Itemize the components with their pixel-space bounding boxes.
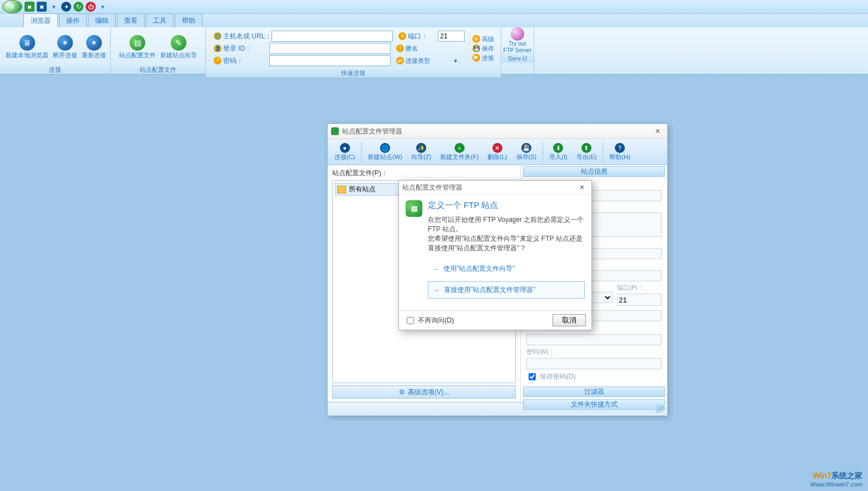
wiz-close-button[interactable]: ✕: [576, 182, 588, 192]
group-label-quick: 快速连接: [206, 68, 501, 77]
dont-ask-checkbox[interactable]: 不再询问(D): [405, 315, 454, 326]
qat-btn-4[interactable]: ↻: [73, 2, 83, 12]
arrow-right-icon: →: [432, 265, 439, 273]
port-input[interactable]: [438, 31, 465, 42]
cancel-button[interactable]: 取消: [553, 314, 586, 326]
serv-u-icon: [511, 27, 524, 41]
spm-port-input[interactable]: [617, 294, 662, 306]
spm-help-button[interactable]: ?帮助(H): [605, 142, 634, 162]
spm-export-button[interactable]: ⬆导出(E): [572, 142, 601, 162]
tab-browser[interactable]: 浏览器: [23, 13, 58, 27]
key-icon: 🔑: [214, 57, 221, 65]
reconnect-icon: ✶: [86, 35, 102, 51]
resize-handle[interactable]: [656, 405, 664, 413]
profile-tree-label: 站点配置文件(P)：: [332, 168, 516, 178]
accordion-site-info[interactable]: 站点信息: [523, 166, 665, 177]
connect-button[interactable]: ⯈连接: [472, 54, 494, 62]
profile-icon: ▤: [130, 35, 145, 51]
qat-btn-2[interactable]: ■: [37, 2, 47, 12]
use-manager-link[interactable]: →直接使用"站点配置文件管理器": [428, 281, 585, 299]
tab-edit[interactable]: 编辑: [88, 13, 116, 27]
import-icon: ⬇: [553, 143, 563, 153]
help-icon: ?: [615, 143, 625, 153]
try-ftp-server-button[interactable]: Try our FTP Server: [501, 27, 534, 54]
host-input[interactable]: [272, 31, 393, 42]
wiz-titlebar[interactable]: 站点配置文件管理器 ✕: [399, 181, 591, 195]
wiz-heading: 定义一个 FTP 站点: [428, 200, 585, 211]
globe-icon: 🌐: [214, 32, 221, 40]
use-wizard-link[interactable]: →使用"站点配置文件向导": [428, 261, 585, 277]
user-icon: 👤: [214, 44, 221, 52]
save-button[interactable]: 💾保存: [472, 44, 494, 53]
connect-icon: ●: [340, 143, 350, 153]
port-icon: #: [398, 32, 406, 40]
save-password-checkbox[interactable]: 保存密码(D): [526, 371, 662, 382]
disconnect-button[interactable]: ✶ 断开连接: [51, 34, 80, 60]
monitor-icon: 🖥: [19, 35, 35, 51]
spm-icon: [331, 127, 339, 135]
export-icon: ⬆: [581, 143, 591, 153]
qat-dropdown[interactable]: ▾: [49, 2, 59, 12]
spm-delete-button[interactable]: ✕删除(L): [483, 142, 511, 162]
gear-icon: ⚙: [472, 35, 480, 43]
wiz-text-2: 您希望使用"站点配置文件向导"来定义 FTP 站点还是直接使用"站点配置文件管理…: [428, 234, 585, 253]
tab-action[interactable]: 操作: [59, 13, 87, 27]
tab-tools[interactable]: 工具: [146, 13, 174, 27]
spm-wizard-button[interactable]: ✨向导(Z): [407, 142, 436, 162]
gear-icon: ⚙: [399, 388, 405, 396]
ribbon-tabstrip: 浏览器 操作 编辑 查看 工具 帮助: [0, 14, 868, 27]
wizard-large-icon: ▤: [406, 200, 422, 217]
site-profile-button[interactable]: ▤ 站点配置文件: [117, 34, 158, 60]
spm-password-input[interactable]: [526, 358, 662, 369]
save-icon: 💾: [521, 143, 531, 153]
tab-view[interactable]: 查看: [117, 13, 145, 27]
spm-import-button[interactable]: ⬇导入(I): [545, 142, 571, 162]
watermark: Win7系统之家 Www.Winwin7.com: [810, 471, 862, 488]
wizard-icon: ✎: [171, 35, 186, 51]
delete-icon: ✕: [492, 143, 502, 153]
spm-new-site-button[interactable]: 🌐新建站点(W): [363, 142, 407, 162]
accordion-shortcut[interactable]: 文件夹快捷方式: [523, 399, 665, 410]
group-label-connect: 连接: [0, 65, 110, 74]
spm-save-button[interactable]: 💾保存(S): [512, 142, 541, 162]
conn-type-icon: ⇄: [396, 57, 404, 65]
spm-toolbar: ●连接(C) 🌐新建站点(W) ✨向导(Z) ＋新建文件夹(F) ✕删除(L) …: [328, 139, 667, 165]
password-input[interactable]: [269, 55, 391, 66]
new-site-wizard-button[interactable]: ✎ 新建站点向导: [158, 34, 199, 60]
globe-plus-icon: 🌐: [380, 143, 390, 153]
connection-type-dropdown[interactable]: ⇄连接类型▾: [396, 57, 457, 65]
define-site-prompt-dialog: 站点配置文件管理器 ✕ ▤ 定义一个 FTP 站点 在您可以开始使用 FTP V…: [398, 180, 592, 330]
wiz-text-1: 在您可以开始使用 FTP Voyager 之前您必需定义一个 FTP 站点。: [428, 215, 585, 234]
login-id-input[interactable]: [269, 43, 391, 54]
new-local-browser-button[interactable]: 🖥 新建本地浏览器: [3, 34, 51, 60]
save-icon: 💾: [472, 44, 480, 52]
ribbon: 🖥 新建本地浏览器 ✶ 断开连接 ✶ 重新连接 连接 ▤ 站点配置文件 ✎ 新建…: [0, 27, 868, 75]
qat-btn-5[interactable]: ⏻: [86, 2, 96, 12]
qat-customize[interactable]: ▾: [98, 2, 108, 12]
app-orb-button[interactable]: V: [2, 0, 22, 13]
spm-new-folder-button[interactable]: ＋新建文件夹(F): [436, 142, 483, 162]
advanced-options-button[interactable]: ⚙ 高级选项(V)...: [332, 385, 516, 399]
anonymous-checkbox[interactable]: ?匿名: [396, 44, 418, 53]
folder-plus-icon: ＋: [455, 143, 465, 153]
disconnect-icon: ✶: [57, 35, 73, 51]
reconnect-button[interactable]: ✶ 重新连接: [80, 34, 108, 60]
group-label-site: 站点配置文件: [111, 65, 205, 74]
group-label-servo: Serv-U: [501, 54, 534, 63]
anon-icon: ?: [396, 44, 404, 52]
wand-icon: ✨: [416, 143, 426, 153]
spm-close-button[interactable]: ✕: [652, 126, 664, 136]
tab-help[interactable]: 帮助: [175, 13, 203, 27]
spm-connect-button[interactable]: ●连接(C): [330, 142, 359, 162]
quick-access-toolbar: V ■ ■ ▾ ✦ ↻ ⏻ ▾: [0, 0, 868, 14]
qat-btn-3[interactable]: ✦: [61, 2, 71, 12]
advanced-button[interactable]: ⚙高级: [472, 35, 494, 43]
accordion-filter[interactable]: 过滤器: [523, 386, 665, 397]
folder-icon: [337, 186, 346, 194]
qat-btn-1[interactable]: ■: [24, 2, 34, 12]
arrow-right-icon: →: [433, 286, 440, 294]
spm-titlebar[interactable]: 站点配置文件管理器 ✕: [328, 124, 667, 139]
connect-icon: ⯈: [472, 54, 480, 62]
spm-login-input[interactable]: [526, 334, 662, 345]
